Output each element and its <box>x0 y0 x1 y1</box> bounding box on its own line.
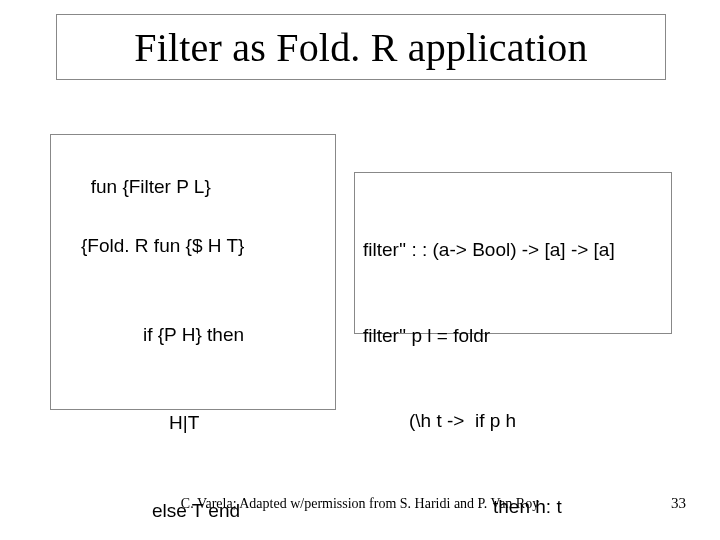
code-line: H|T <box>59 408 327 437</box>
left-code-box: fun {Filter P L} {Fold. R fun {$ H T} if… <box>50 134 336 410</box>
code-line: filter'' p l = foldr <box>363 322 663 351</box>
slide-title: Filter as Fold. R application <box>134 24 588 71</box>
right-code-box: filter'' : : (a-> Bool) -> [a] -> [a] fi… <box>354 172 672 334</box>
code-line: fun {Filter P L} <box>91 176 211 197</box>
slide: Filter as Fold. R application fun {Filte… <box>0 0 720 540</box>
code-line: {Fold. R fun {$ H T} <box>59 231 327 260</box>
title-box: Filter as Fold. R application <box>56 14 666 80</box>
code-line: filter'' : : (a-> Bool) -> [a] -> [a] <box>363 236 663 265</box>
code-line: if {P H} then <box>59 320 327 349</box>
code-line: (\h t -> if p h <box>363 407 663 436</box>
footer-credit: C. Varela; Adapted w/permission from S. … <box>0 496 720 512</box>
haskell-code-block: filter'' : : (a-> Bool) -> [a] -> [a] fi… <box>363 179 663 540</box>
page-number: 33 <box>671 495 686 512</box>
oz-code-block: fun {Filter P L} {Fold. R fun {$ H T} if… <box>59 143 327 540</box>
